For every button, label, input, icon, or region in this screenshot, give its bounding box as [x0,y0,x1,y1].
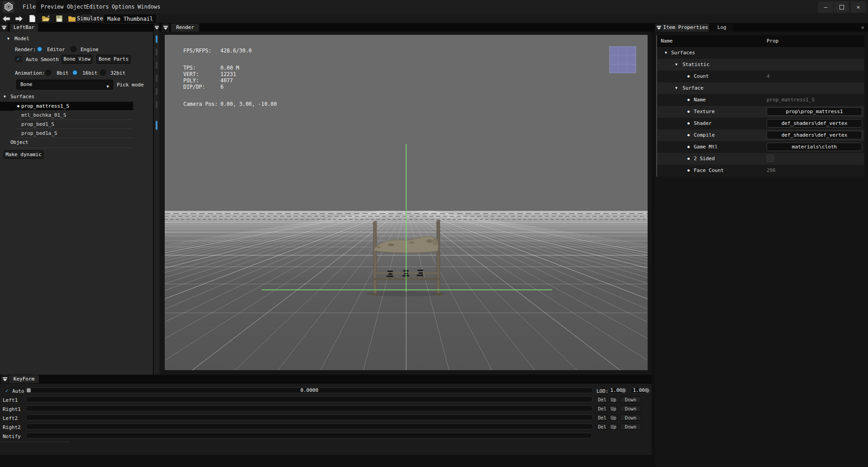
menu-file[interactable]: File [23,0,36,14]
surface-name-value: prop_mattress1_S [767,97,815,103]
two-sided-checkbox[interactable] [767,155,774,162]
right1-track[interactable] [26,405,593,411]
render-editor-radio[interactable] [37,46,43,52]
strip-handle[interactable] [156,88,157,95]
properties-collapse-button[interactable] [655,24,663,32]
table-row-shader[interactable]: ● Shader def_shaders\def_vertex [657,118,864,129]
model-section-toggle[interactable]: ▼ [7,37,10,41]
right1-del-button[interactable]: Del [597,405,607,412]
table-row-face-count[interactable]: ● Face Count 296 [657,165,864,176]
strip-handle[interactable] [156,48,157,56]
surfaces-section-toggle[interactable]: ▼ [4,95,6,99]
panel-close-button[interactable]: × [859,24,866,31]
shader-value-button[interactable]: def_shaders\def_vertex [767,119,862,128]
strip-handle[interactable] [156,121,157,130]
left2-track[interactable] [26,415,593,420]
strip-collapse-button[interactable] [154,24,159,32]
menu-editors[interactable]: Editors [86,0,109,14]
bone-view-button[interactable]: Bone View [62,55,92,64]
folder-button[interactable] [68,14,76,23]
left1-del-button[interactable]: Del [597,396,607,403]
object-section-header[interactable]: Object [10,139,29,145]
strip-handle[interactable] [156,62,157,69]
table-row-game-mtl[interactable]: ● Game Mtl materials\cloth [657,141,864,153]
chevron-down-icon [657,25,661,30]
surface-list-item[interactable]: ● prop_mattress1_S [0,102,133,111]
right2-track[interactable] [26,424,593,429]
table-row-compile[interactable]: ● Compile def_shaders\def_vertex [657,129,864,141]
forward-button[interactable] [15,14,23,23]
animation-16bit-radio[interactable] [72,70,78,76]
right1-up-button[interactable]: Up [610,405,617,412]
make-thumbnail-button[interactable]: Make Thumbnail [103,14,157,24]
right2-up-button[interactable]: Up [610,424,617,430]
auto-checkbox[interactable]: ✓ [4,387,10,394]
table-row-count[interactable]: ● Count 4 [657,71,864,82]
right2-down-button[interactable]: Down [620,424,641,430]
table-row-2-sided[interactable]: ● 2 Sided [657,153,864,165]
bone-dropdown[interactable]: Bone ▼ [16,80,113,90]
spinner-knob[interactable] [621,388,626,393]
strip-handle[interactable] [156,35,157,43]
tab-log[interactable]: Log [711,24,733,32]
auto-smooth-label: Auto Smooth [26,57,59,62]
game-mtl-value-button[interactable]: materials\cloth [767,143,862,151]
auto-slider[interactable]: 0.0000 [26,387,593,393]
surface-list-item[interactable]: prop_bed1_S [0,120,154,129]
notify-track[interactable] [26,433,592,438]
spinner-knob[interactable] [645,388,649,393]
left1-up-button[interactable]: Up [610,396,617,403]
table-row-surface[interactable]: ▼ Surface [657,82,864,94]
table-row-name[interactable]: ● Name prop_mattress1_S [657,94,864,106]
texture-value-button[interactable]: prop\prop_mattress1 [767,107,862,116]
right1-down-button[interactable]: Down [620,405,641,412]
divider [0,442,70,442]
keyform-collapse-button[interactable] [1,375,9,383]
save-button[interactable] [55,14,63,23]
left2-up-button[interactable]: Up [610,415,617,421]
minimize-button[interactable]: – [818,1,833,13]
bullet-icon: ● [687,157,690,161]
lod-value-1[interactable]: 1.000 [609,387,627,394]
surface-item-label: prop_bed1_S [21,121,54,127]
leftbar-collapse-button[interactable] [0,24,8,32]
surface-list-item[interactable]: prop_bed1a_S [0,129,154,138]
compile-value-button[interactable]: def_shaders\def_vertex [767,131,862,139]
back-button[interactable] [2,14,10,23]
left2-del-button[interactable]: Del [597,415,607,421]
left2-down-button[interactable]: Down [620,415,641,421]
tab-render[interactable]: Render [171,24,199,32]
keyform-tabrow: KeyForm [0,375,652,384]
new-file-button[interactable] [28,14,36,23]
table-row-texture[interactable]: ● Texture prop\prop_mattress1 [657,106,864,118]
surface-list-item[interactable]: mtl_bochka_01_S [0,111,154,120]
face-count-value: 296 [767,167,776,173]
table-row-statistic[interactable]: ▼ Statistic [657,59,864,71]
animation-32bit-radio[interactable] [100,70,106,76]
close-button[interactable]: × [851,1,866,13]
render-viewport[interactable]: FPS/RFPS:428.6/30.0 TPS:0.00 M VERT:1223… [165,35,648,370]
right2-del-button[interactable]: Del [597,424,607,430]
auto-smooth-checkbox[interactable]: ✓ [15,56,22,62]
tab-leftbar[interactable]: LeftBar [10,24,38,32]
render-collapse-button[interactable] [162,24,169,32]
menu-windows[interactable]: Windows [138,0,161,14]
animation-8bit-radio[interactable] [45,70,51,76]
menu-preview-object[interactable]: Preview Object [36,0,91,14]
tab-keyform[interactable]: KeyForm [9,375,39,383]
bone-parts-button[interactable]: Bone Parts [96,55,131,64]
lod-value-2[interactable]: 1.000 [630,387,650,394]
strip-handle[interactable] [156,75,157,82]
menu-options[interactable]: Options [112,0,135,14]
left1-track[interactable] [26,396,593,402]
tab-item-properties[interactable]: Item Properties [662,24,709,32]
render-engine-radio[interactable] [71,46,76,52]
make-dynamic-button[interactable]: Make dynamic [4,150,43,159]
pick-mode-button[interactable]: Pick mode [117,82,144,88]
open-file-button[interactable] [42,14,50,23]
maximize-button[interactable] [834,1,849,13]
strip-handle[interactable] [156,101,157,108]
left1-down-button[interactable]: Down [620,396,641,403]
simulate-button[interactable]: Simulate [77,14,103,24]
table-row-surfaces[interactable]: ▼ Surfaces [657,47,864,59]
